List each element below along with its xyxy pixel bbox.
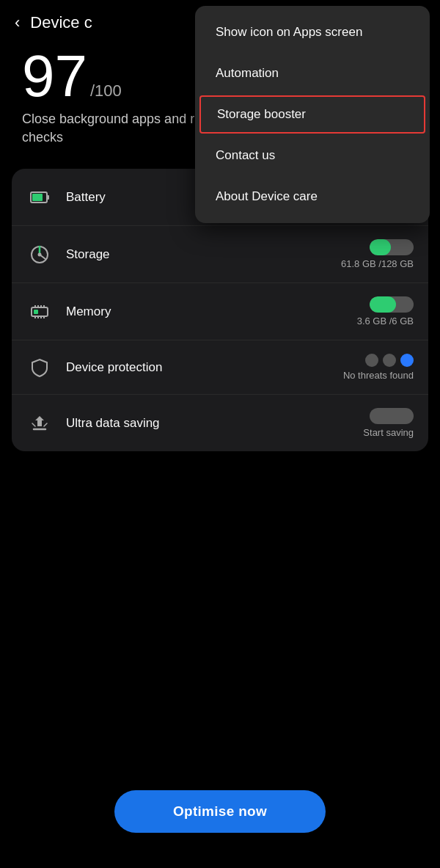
storage-icon [26, 241, 53, 268]
ultra-data-card[interactable]: Ultra data saving Start saving [12, 395, 428, 451]
ultra-data-right: Start saving [363, 408, 414, 438]
score-value: 97 [22, 47, 87, 106]
shield-icon [26, 354, 53, 381]
back-icon[interactable]: ‹ [15, 13, 20, 32]
device-protection-toggle [365, 354, 414, 367]
svg-rect-1 [47, 195, 49, 200]
memory-toggle [370, 296, 414, 313]
device-protection-label: Device protection [66, 360, 343, 375]
device-protection-card[interactable]: Device protection No threats found [12, 340, 428, 395]
ultra-data-toggle [370, 408, 414, 424]
menu-item-storage-booster[interactable]: Storage booster [199, 95, 425, 134]
data-saving-icon [26, 410, 53, 437]
device-protection-right: No threats found [343, 354, 414, 381]
memory-icon [26, 299, 53, 325]
storage-value: 61.8 GB /128 GB [341, 258, 414, 269]
menu-item-show-icon[interactable]: Show icon on Apps screen [195, 12, 430, 53]
ultra-data-value: Start saving [363, 427, 414, 438]
storage-toggle [370, 239, 414, 255]
menu-item-automation[interactable]: Automation [195, 53, 430, 94]
memory-card[interactable]: Memory 3.6 GB /6 GB [12, 283, 428, 340]
storage-card[interactable]: Storage 61.8 GB /128 GB [12, 226, 428, 283]
storage-right: 61.8 GB /128 GB [341, 239, 414, 269]
svg-rect-2 [32, 194, 43, 201]
battery-icon [26, 184, 53, 211]
score-max: /100 [90, 81, 122, 101]
menu-item-contact-us[interactable]: Contact us [195, 135, 430, 176]
memory-value: 3.6 GB /6 GB [357, 316, 414, 327]
svg-rect-14 [34, 310, 38, 314]
page-title: Device c [30, 13, 92, 32]
optimise-area: Optimise now [0, 790, 440, 833]
device-protection-value: No threats found [343, 370, 414, 381]
optimise-button[interactable]: Optimise now [114, 790, 326, 833]
storage-label: Storage [66, 247, 341, 262]
ultra-data-label: Ultra data saving [66, 416, 363, 431]
memory-label: Memory [66, 304, 357, 319]
menu-item-about[interactable]: About Device care [195, 176, 430, 217]
memory-right: 3.6 GB /6 GB [357, 296, 414, 327]
dropdown-menu: Show icon on Apps screen Automation Stor… [195, 6, 430, 223]
svg-point-4 [38, 252, 42, 256]
